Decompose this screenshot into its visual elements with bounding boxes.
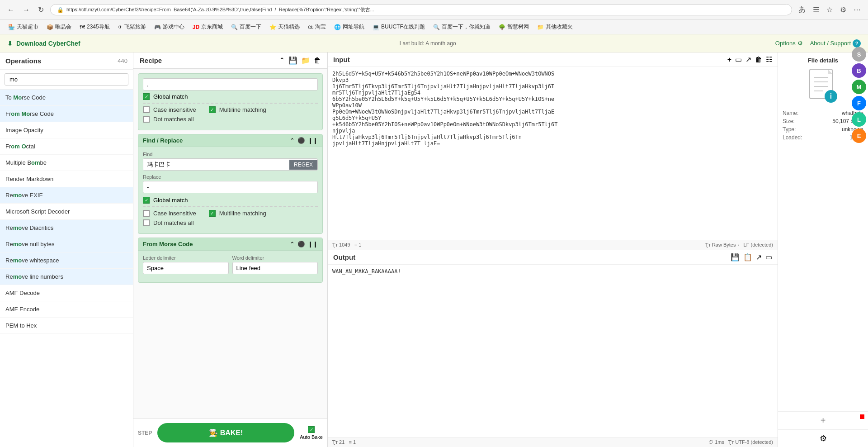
recipe-panel: Recipe ⌃ 💾 📁 🗑 ✓ Global match — [133, 52, 328, 447]
download-section[interactable]: ⬇ Download CyberChef — [7, 40, 80, 47]
input-grid-btn[interactable]: ☷ — [766, 55, 772, 64]
sidebar-item-remove-whitespace[interactable]: Remove whitespace — [0, 252, 133, 269]
sidebar-item-from-morse[interactable]: From Morse Code — [0, 106, 133, 122]
dot-matches-checkbox-top[interactable] — [143, 116, 150, 123]
input-layout-btn[interactable]: ▭ — [735, 55, 742, 64]
sidebar-item-remove-exif[interactable]: Remove EXIF — [0, 187, 133, 204]
find-replace-up-btn[interactable]: ⌃ — [290, 137, 295, 144]
search-input[interactable] — [5, 73, 128, 86]
forward-button[interactable]: → — [20, 5, 33, 15]
sidebar-item-pem-to-hex[interactable]: PEM to Hex — [0, 318, 133, 334]
output-fullscreen-btn[interactable]: ▭ — [765, 253, 772, 262]
recipe-folder-button[interactable]: 📁 — [301, 56, 310, 65]
settings-button[interactable]: ⚙ — [820, 433, 827, 443]
dot-input[interactable] — [143, 79, 317, 90]
bookmark-tmall[interactable]: ⭐天猫精选 — [266, 22, 303, 32]
file-size-label: Size: — [783, 118, 795, 124]
raw-bytes-btn[interactable]: Ʈт Raw Bytes — [705, 242, 736, 248]
output-copy-btn[interactable]: 📋 — [743, 253, 752, 262]
refresh-button[interactable]: ↻ — [35, 5, 47, 15]
bake-area: STEP 🧑‍🍳 BAKE! ✓ Auto Bake — [133, 418, 327, 447]
regex-mode-btn[interactable]: REGEX — [289, 160, 317, 170]
sidebar-item-from-octal[interactable]: From Octal — [0, 138, 133, 155]
global-match-checkbox-replace[interactable]: ✓ — [143, 197, 150, 204]
dot-matches-row-top: Dot matches all — [143, 116, 318, 123]
bookmark-vip[interactable]: 📦唯品会 — [43, 22, 75, 32]
op-card-body-from-morse: Letter delimiter Word delimiter — [138, 251, 322, 282]
translate-icon[interactable]: あ — [796, 4, 808, 15]
from-morse-disable-btn[interactable]: ⚫ — [297, 241, 305, 247]
sidebar-item-render-markdown[interactable]: Render Markdown — [0, 171, 133, 187]
output-encoding-area: ⏱ 1ms Ʈт UTF-8 (detected) — [708, 439, 773, 445]
auto-bake-checkbox[interactable]: ✓ — [308, 426, 315, 433]
sidebar-item-amf-decode[interactable]: AMF Decode — [0, 285, 133, 301]
bookmark-icon[interactable]: ☆ — [824, 5, 835, 15]
multiline-checkbox-top[interactable]: ✓ — [209, 106, 216, 113]
replace-input[interactable] — [143, 181, 317, 193]
extensions-icon[interactable]: ⚙ — [837, 5, 849, 15]
menu-icon[interactable]: ⋯ — [851, 5, 863, 15]
bookmark-2345[interactable]: 🗺2345导航 — [76, 22, 113, 32]
sidebar-item-to-morse[interactable]: To Morse Code — [0, 90, 133, 106]
bake-button[interactable]: 🧑‍🍳 BAKE! — [157, 423, 294, 442]
find-replace-disable-btn[interactable]: ⚫ — [297, 137, 305, 144]
case-insensitive-checkbox-top[interactable] — [143, 106, 150, 113]
input-body[interactable]: 2h5L6d5Y+k5q+U5Y+k546b5Y2h5be05Y2h1OS+ne… — [328, 67, 778, 240]
bookmark-tianmao[interactable]: 🏪天猫超市 — [5, 22, 42, 32]
bookmark-baidu2[interactable]: 🔍百度一下，你就知道 — [429, 22, 494, 32]
sidebar-item-image-opacity[interactable]: Image Opacity — [0, 122, 133, 138]
from-morse-delete-btn[interactable]: ❙❙ — [308, 241, 318, 247]
address-bar[interactable]: 🔒 https://ctf.mzy0.com/CyberChef3/#recip… — [50, 4, 792, 15]
bookmark-buuctf[interactable]: 💻BUUCTF在线判题 — [369, 22, 429, 32]
multiline-label-top: Multiline matching — [219, 106, 266, 113]
read-icon[interactable]: ☰ — [810, 5, 822, 15]
dot-matches-label-top: Dot matches all — [153, 116, 194, 123]
output-lines: 1 — [353, 439, 356, 445]
input-maximize-btn[interactable]: ↗ — [745, 55, 751, 64]
browser-actions: あ ☰ ☆ ⚙ ⋯ — [796, 4, 863, 15]
recipe-collapse-button[interactable]: ⌃ — [279, 56, 285, 65]
global-match-label-replace: Global match — [153, 197, 188, 204]
browser-bar: ← → ↻ 🔒 https://ctf.mzy0.com/CyberChef3/… — [0, 0, 868, 20]
word-delimiter-input[interactable] — [232, 262, 318, 274]
case-insensitive-checkbox-replace[interactable] — [143, 210, 150, 217]
bookmark-feizhu[interactable]: ✈飞猪旅游 — [114, 22, 150, 32]
bookmark-others[interactable]: 📁其他收藏夹 — [533, 22, 576, 32]
bookmark-baidu[interactable]: 🔍百度一下 — [227, 22, 265, 32]
back-button[interactable]: ← — [5, 5, 17, 15]
sidebar-item-amf-encode[interactable]: AMF Encode — [0, 301, 133, 318]
letter-delimiter-input[interactable] — [143, 262, 229, 274]
from-morse-up-btn[interactable]: ⌃ — [290, 241, 295, 247]
bookmark-jd[interactable]: JD京东商城 — [189, 22, 226, 32]
bookmark-zhihushu[interactable]: 🌳智慧树网 — [495, 22, 533, 32]
add-input-button[interactable]: + — [821, 415, 826, 426]
options-button[interactable]: Options ⚙ — [775, 39, 803, 48]
output-maximize-btn[interactable]: ↗ — [756, 253, 762, 262]
avatar-m[interactable]: M — [852, 80, 866, 94]
dot-matches-checkbox-replace[interactable] — [143, 219, 150, 226]
input-add-btn[interactable]: + — [727, 55, 731, 64]
multiline-checkbox-replace[interactable]: ✓ — [209, 210, 216, 217]
bookmark-nav[interactable]: 🌐网址导航 — [330, 22, 368, 32]
download-label[interactable]: Download CyberChef — [16, 40, 80, 47]
sidebar-item-microsoft-script[interactable]: Microsoft Script Decoder — [0, 204, 133, 220]
avatar-s[interactable]: S — [852, 47, 866, 62]
global-match-checkbox-top[interactable]: ✓ — [143, 93, 150, 100]
output-save-btn[interactable]: 💾 — [731, 253, 740, 262]
recipe-save-button[interactable]: 💾 — [288, 56, 297, 65]
find-replace-delete-btn[interactable]: ❙❙ — [308, 137, 318, 144]
avatar-e[interactable]: E — [852, 128, 866, 143]
avatar-b[interactable]: B — [852, 63, 866, 78]
sidebar-item-remove-diacritics[interactable]: Remove Diacritics — [0, 220, 133, 236]
bookmark-games[interactable]: 🎮游戏中心 — [151, 22, 188, 32]
find-input[interactable] — [143, 159, 289, 170]
input-delete-btn[interactable]: 🗑 — [755, 55, 762, 64]
sidebar-item-remove-null[interactable]: Remove null bytes — [0, 236, 133, 252]
gear-icon: ⚙ — [797, 40, 803, 47]
bookmark-taobao[interactable]: 🛍淘宝 — [304, 22, 330, 32]
avatar-l[interactable]: L — [852, 112, 866, 127]
sidebar-item-remove-line-numbers[interactable]: Remove line numbers — [0, 269, 133, 285]
recipe-delete-button[interactable]: 🗑 — [314, 56, 321, 65]
avatar-f[interactable]: F — [852, 96, 866, 110]
sidebar-item-multiple-bombe[interactable]: Multiple Bombe — [0, 155, 133, 171]
